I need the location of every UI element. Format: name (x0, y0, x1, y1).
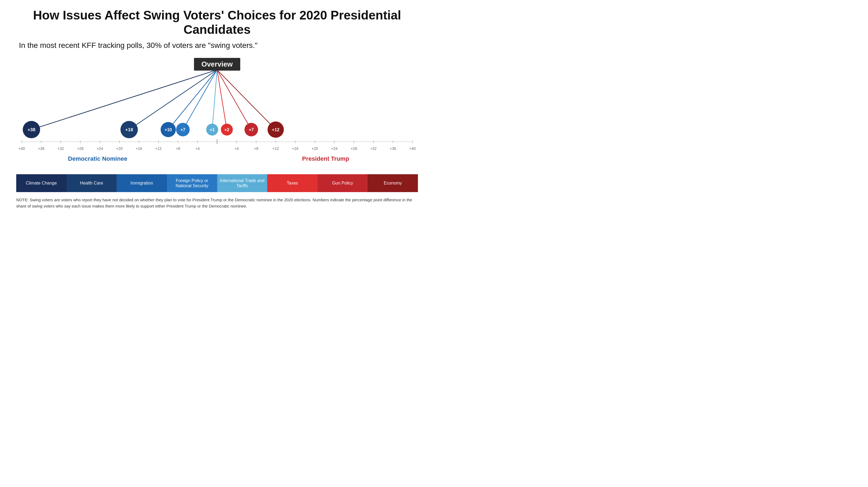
note-text: NOTE: Swing voters are voters who report… (16, 197, 418, 209)
svg-text:+40: +40 (409, 146, 416, 151)
svg-text:+4: +4 (195, 146, 199, 151)
svg-text:+7: +7 (180, 127, 185, 132)
svg-line-23 (129, 70, 217, 130)
subtitle: In the most recent KFF tracking polls, 3… (16, 41, 418, 50)
svg-text:+4: +4 (235, 146, 239, 151)
svg-text:+36: +36 (390, 146, 396, 151)
svg-text:+24: +24 (331, 146, 338, 151)
svg-text:+10: +10 (164, 127, 172, 132)
svg-text:+28: +28 (77, 146, 84, 151)
page-title: How Issues Affect Swing Voters' Choices … (16, 8, 418, 37)
svg-line-22 (31, 70, 217, 130)
svg-text:+38: +38 (28, 127, 35, 132)
svg-text:+7: +7 (249, 127, 254, 132)
svg-text:+8: +8 (176, 146, 180, 151)
svg-text:+12: +12 (272, 146, 279, 151)
legend-gun-policy: Gun Policy (317, 174, 368, 192)
legend-immigration: Immigration (117, 174, 167, 192)
svg-text:+32: +32 (370, 146, 377, 151)
svg-text:+20: +20 (116, 146, 123, 151)
svg-text:+28: +28 (350, 146, 357, 151)
legend-intl-trade: International Trade and Tariffs (217, 174, 268, 192)
svg-text:Democratic Nominee: Democratic Nominee (68, 155, 127, 162)
legend-economy: Economy (368, 174, 418, 192)
legend-foreign-policy: Foreign Policy or National Security (167, 174, 217, 192)
svg-text:+20: +20 (312, 146, 318, 151)
overview-box: Overview (194, 58, 241, 71)
svg-text:+16: +16 (292, 146, 299, 151)
legend-health-care: Health Care (66, 174, 117, 192)
svg-text:+36: +36 (38, 146, 44, 151)
svg-text:+16: +16 (136, 146, 142, 151)
svg-text:+12: +12 (155, 146, 162, 151)
svg-text:+12: +12 (272, 127, 279, 132)
svg-line-24 (168, 70, 217, 130)
chart-area: Overview (16, 58, 418, 209)
svg-text:+1: +1 (210, 127, 215, 132)
svg-text:+32: +32 (58, 146, 64, 151)
legend-bar: Climate Change Health Care Immigration F… (16, 174, 418, 192)
svg-text:+40: +40 (19, 146, 25, 151)
svg-line-25 (183, 70, 217, 130)
legend-taxes: Taxes (267, 174, 317, 192)
chart-svg: +38 +18 +10 +7 +1 +2 +7 +12 +40 + (16, 58, 418, 172)
svg-text:+8: +8 (254, 146, 258, 151)
svg-line-26 (212, 70, 217, 130)
svg-text:President Trump: President Trump (302, 155, 349, 162)
legend-climate-change: Climate Change (16, 174, 66, 192)
svg-text:+24: +24 (97, 146, 103, 151)
svg-text:+2: +2 (224, 127, 229, 132)
svg-text:+18: +18 (125, 127, 133, 132)
